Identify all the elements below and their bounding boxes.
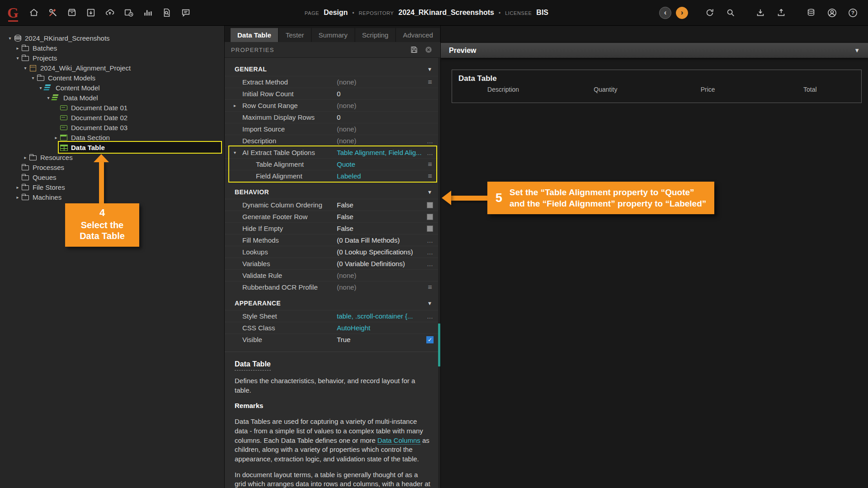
property-row[interactable]: Row Count Range (none) <box>225 99 440 111</box>
tree-item[interactable]: Processes <box>0 162 224 172</box>
tree-item[interactable]: Document Date 03 <box>0 122 224 132</box>
property-value[interactable]: False <box>337 213 354 221</box>
upload-button[interactable] <box>773 5 789 21</box>
grooper-logo[interactable]: G <box>7 5 19 20</box>
property-row[interactable]: Generate Footer Row False <box>225 211 440 222</box>
tree-item[interactable]: Machines <box>0 192 224 202</box>
tree-item[interactable]: Data Table <box>0 142 224 152</box>
property-value[interactable]: True <box>337 336 350 343</box>
tree-item[interactable]: Document Date 01 <box>0 103 224 113</box>
property-action[interactable] <box>426 312 434 320</box>
tree-expander-icon[interactable] <box>22 66 29 70</box>
property-action[interactable] <box>426 137 434 145</box>
page-value[interactable]: Design <box>324 9 348 17</box>
property-action[interactable] <box>426 236 434 244</box>
property-action[interactable] <box>426 149 434 156</box>
tree-expander-icon[interactable] <box>22 155 29 160</box>
nav-back-button[interactable]: ‹ <box>659 7 671 19</box>
preview-header[interactable]: Preview ▼ <box>441 43 868 58</box>
property-value[interactable]: AutoHeight <box>337 324 370 332</box>
database-button[interactable] <box>803 5 819 21</box>
tree-expander-icon[interactable] <box>6 36 14 41</box>
search-button[interactable] <box>722 5 739 21</box>
property-value[interactable]: (none) <box>337 125 356 133</box>
box-clock-icon[interactable] <box>121 5 137 21</box>
property-row[interactable]: CSS Class AutoHeight <box>225 322 440 333</box>
property-row[interactable]: Visible True <box>225 333 440 345</box>
tree-expander-icon[interactable] <box>29 75 37 80</box>
property-value[interactable]: (none) <box>337 137 356 145</box>
tab-summary[interactable]: Summary <box>312 28 354 42</box>
property-value[interactable]: (0 Data Fill Methods) <box>337 236 400 244</box>
property-action[interactable] <box>426 260 434 267</box>
property-row[interactable]: Table Alignment Quote <box>225 158 440 170</box>
property-row[interactable]: Lookups (0 Lookup Specifications) <box>225 246 440 258</box>
property-value[interactable]: 0 <box>337 90 340 98</box>
tree-expander-icon[interactable] <box>52 135 60 140</box>
section-header[interactable]: BEHAVIOR ▾ <box>225 185 440 199</box>
row-expander-icon[interactable] <box>234 103 240 108</box>
property-row[interactable]: Fill Methods (0 Data Fill Methods) <box>225 234 440 246</box>
account-button[interactable] <box>824 5 840 21</box>
refresh-button[interactable] <box>702 5 718 21</box>
property-action[interactable] <box>426 172 434 180</box>
row-expander-icon[interactable] <box>234 150 240 155</box>
tree-expander-icon[interactable] <box>14 185 21 190</box>
tree-item[interactable]: Projects <box>0 53 224 63</box>
cloud-upload-icon[interactable] <box>102 5 118 21</box>
import-box-icon[interactable] <box>83 5 99 21</box>
tree-item[interactable]: Data Model <box>0 93 224 103</box>
property-row[interactable]: Field Alignment Labeled <box>225 170 440 182</box>
tree-item[interactable]: 2024_Wiki_Alignment_Project <box>0 63 224 73</box>
scrollbar-thumb[interactable] <box>438 324 440 366</box>
property-value[interactable]: 0 <box>337 113 340 121</box>
reset-properties-button[interactable] <box>423 44 434 55</box>
property-row[interactable]: Variables (0 Variable Definitions) <box>225 258 440 269</box>
property-value[interactable]: (0 Variable Definitions) <box>337 260 405 267</box>
tree-item[interactable]: Queues <box>0 172 224 182</box>
property-value[interactable]: False <box>337 201 354 209</box>
property-row[interactable]: Initial Row Count 0 <box>225 88 440 99</box>
property-value[interactable]: (none) <box>337 272 356 279</box>
property-row[interactable]: Rubberband OCR Profile (none) <box>225 281 440 293</box>
property-row[interactable]: Extract Method (none) <box>225 76 440 88</box>
property-value[interactable]: Table Alignment, Field Alig... <box>337 149 422 156</box>
section-header[interactable]: APPEARANCE ▾ <box>225 296 440 310</box>
tree-item[interactable]: Batches <box>0 43 224 53</box>
tree-item[interactable]: Resources <box>0 152 224 162</box>
property-action[interactable] <box>426 336 434 343</box>
property-row[interactable]: Hide If Empty False <box>225 222 440 234</box>
property-row[interactable]: Description (none) <box>225 135 440 146</box>
tab-tester[interactable]: Tester <box>279 28 311 42</box>
property-value[interactable]: table, .scroll-container {... <box>337 312 413 320</box>
licensee-value[interactable]: BIS <box>536 9 548 17</box>
bar-chart-icon[interactable] <box>140 5 156 21</box>
property-row[interactable]: Validate Rule (none) <box>225 269 440 281</box>
property-action[interactable] <box>427 202 433 208</box>
tree-expander-icon[interactable] <box>37 85 44 90</box>
property-value[interactable]: Quote <box>337 160 355 168</box>
property-row[interactable]: Style Sheet table, .scroll-container {..… <box>225 310 440 322</box>
tree-expander-icon[interactable] <box>14 46 21 51</box>
property-action[interactable] <box>426 283 434 291</box>
tools-icon[interactable] <box>45 5 61 21</box>
help-title[interactable]: Data Table <box>235 359 271 371</box>
tree-expander-icon[interactable] <box>45 95 52 100</box>
help-button[interactable]: ? <box>844 5 861 21</box>
properties-scrollbar[interactable] <box>438 58 440 488</box>
property-row[interactable]: Import Source (none) <box>225 123 440 135</box>
tab-data-table[interactable]: Data Table <box>231 28 278 42</box>
save-properties-button[interactable] <box>409 44 420 55</box>
property-value[interactable]: (0 Lookup Specifications) <box>337 248 413 256</box>
tab-advanced[interactable]: Advanced <box>396 28 440 42</box>
property-row[interactable]: AI Extract Table Options Table Alignment… <box>225 146 440 158</box>
download-button[interactable] <box>752 5 769 21</box>
chat-icon[interactable] <box>178 5 194 21</box>
batches-box-icon[interactable] <box>64 5 80 21</box>
tree-expander-icon[interactable] <box>14 56 21 61</box>
tree-item[interactable]: Document Date 02 <box>0 113 224 122</box>
property-action[interactable] <box>426 160 434 169</box>
property-value[interactable]: False <box>337 225 354 232</box>
repository-value[interactable]: 2024_RKinard_Screenshots <box>398 9 494 17</box>
property-action[interactable] <box>426 78 434 86</box>
